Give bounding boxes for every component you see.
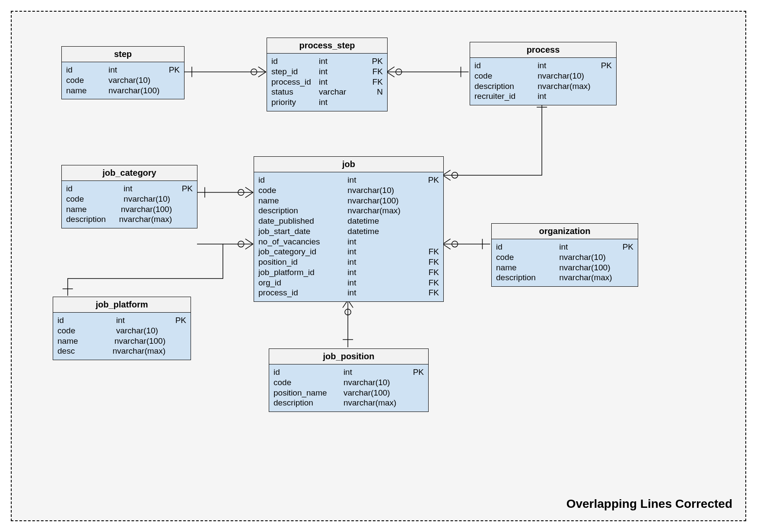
table-row: idintPK (66, 65, 180, 75)
entity-job-position: job_position idintPK codenvarchar(10) po… (269, 348, 429, 412)
col-name: name (57, 336, 110, 346)
table-row: codenvarchar(10) (66, 194, 193, 204)
col-name: code (66, 194, 119, 204)
col-key (407, 398, 424, 408)
col-type: nvarchar(10) (559, 252, 613, 263)
col-name: status (271, 87, 315, 97)
table-row: job_platform_idintFK (258, 267, 439, 278)
svg-point-11 (238, 241, 244, 247)
col-name: step_id (271, 66, 315, 77)
table-row: process_idintFK (258, 288, 439, 298)
col-name: description (496, 272, 555, 283)
table-row: org_idintFK (258, 278, 439, 288)
col-type: nvarchar(10) (344, 377, 403, 388)
col-type: int (347, 267, 418, 278)
col-name: code (274, 377, 339, 388)
col-type: nvarchar(10) (538, 71, 591, 81)
svg-point-15 (452, 241, 458, 247)
col-name: code (496, 252, 555, 263)
entity-process-step: process_step idintPK step_idintFK proces… (267, 38, 388, 111)
col-type: int (116, 315, 165, 326)
col-key: PK (595, 60, 612, 71)
col-key (170, 336, 186, 346)
table-row: idintPK (57, 315, 186, 326)
table-row: process_idintFK (271, 77, 383, 87)
entity-step-title: step (62, 47, 184, 62)
table-row: idintPK (274, 367, 424, 377)
col-key (595, 81, 612, 92)
entity-job-platform-title: job_platform (53, 297, 191, 313)
col-name: id (57, 315, 112, 326)
col-key (423, 185, 439, 196)
col-type: nvarchar(100) (115, 336, 165, 346)
col-type: int (319, 77, 362, 87)
table-row: codenvarchar(10) (258, 185, 439, 196)
entity-job-body: idintPK codenvarchar(10) namenvarchar(10… (254, 172, 443, 301)
col-type: varchar(10) (116, 326, 165, 336)
table-row: descriptionnvarchar(max) (496, 272, 633, 283)
svg-point-2 (251, 69, 257, 75)
col-type: int (347, 247, 418, 257)
table-row: namenvarchar(100) (66, 204, 193, 215)
table-row: codenvarchar(10) (496, 252, 633, 263)
col-type: nvarchar(100) (559, 263, 613, 273)
col-type: int (108, 65, 160, 75)
col-name: position_name (274, 388, 339, 398)
table-row: idintPK (66, 184, 193, 194)
col-key: FK (423, 247, 439, 257)
col-key: PK (170, 315, 186, 326)
table-row: no_of_vacanciesint (258, 237, 439, 247)
col-name: description (258, 206, 343, 216)
entity-job-category-title: job_category (62, 165, 197, 181)
col-key (423, 216, 439, 226)
table-row: position_namevarchar(100) (274, 388, 424, 398)
erd-canvas: step idintPK codevarchar(10) namenvarcha… (11, 11, 746, 521)
entity-job-position-body: idintPK codenvarchar(10) position_nameva… (269, 364, 428, 412)
col-key: FK (423, 267, 439, 278)
entity-organization-body: idintPK codenvarchar(10) namenvarchar(10… (492, 239, 638, 286)
table-row: date_publisheddatetime (258, 216, 439, 226)
col-key: PK (423, 175, 439, 185)
col-key (366, 97, 383, 108)
table-row: priorityint (271, 97, 383, 108)
table-row: idintPK (271, 56, 383, 66)
table-row: namenvarchar(100) (57, 336, 186, 346)
col-name: job_start_date (258, 226, 343, 237)
col-type: nvarchar(100) (108, 86, 160, 96)
table-row: idintPK (474, 60, 612, 71)
col-name: name (258, 196, 343, 206)
col-key (176, 204, 193, 215)
entity-job-category-body: idintPK codenvarchar(10) namenvarchar(10… (62, 181, 197, 228)
col-name: code (474, 71, 533, 81)
col-key (423, 196, 439, 206)
col-key (617, 263, 633, 273)
col-type: int (559, 242, 613, 252)
col-type: nvarchar(100) (121, 204, 172, 215)
col-type: int (347, 278, 418, 288)
col-type: nvarchar(max) (538, 81, 591, 92)
svg-point-7 (452, 172, 458, 178)
col-type: nvarchar(max) (113, 346, 165, 356)
col-type: datetime (347, 216, 418, 226)
col-name: code (57, 326, 112, 336)
table-row: namenvarchar(100) (66, 86, 180, 96)
entity-process-step-title: process_step (267, 38, 387, 54)
col-type: int (347, 237, 418, 247)
col-name: id (474, 60, 533, 71)
col-name: name (66, 204, 117, 215)
col-name: recruiter_id (474, 91, 533, 101)
diagram-caption: Overlapping Lines Corrected (566, 497, 732, 511)
col-key (595, 91, 612, 101)
table-row: idintPK (496, 242, 633, 252)
svg-point-10 (238, 190, 244, 196)
col-type: int (344, 367, 403, 377)
col-type: int (319, 97, 362, 108)
col-name: description (274, 398, 339, 408)
col-key: N (366, 87, 383, 97)
entity-step: step idintPK codevarchar(10) namenvarcha… (61, 46, 184, 99)
entity-job-platform-body: idintPK codevarchar(10) namenvarchar(100… (53, 313, 191, 360)
col-name: id (258, 175, 343, 185)
col-type: nvarchar(max) (344, 398, 403, 408)
col-key (423, 237, 439, 247)
col-name: process_id (271, 77, 315, 87)
